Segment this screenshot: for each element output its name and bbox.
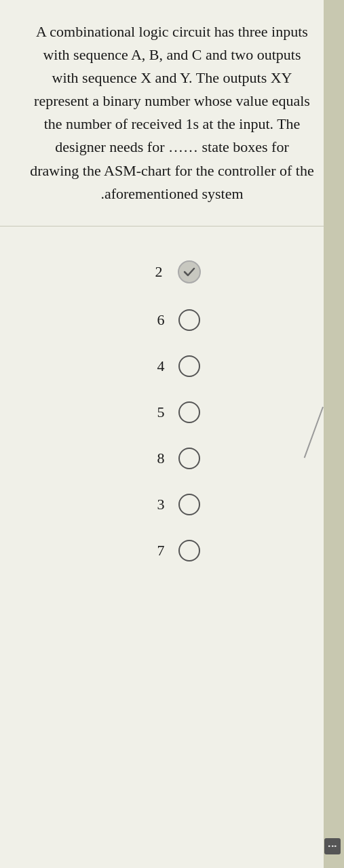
options-container: 2 6 4 5 8 [0,233,344,587]
option-radio-7[interactable] [178,540,200,561]
main-container: A combinational logic circuit has three … [0,0,344,868]
option-label-5: 5 [145,403,165,421]
option-label-7: 7 [145,542,165,559]
option-row-2[interactable]: 2 [64,247,281,297]
check-icon [183,267,195,277]
right-sidebar [324,0,344,868]
option-radio-8[interactable] [178,448,200,469]
option-row-8[interactable]: 8 [64,435,281,481]
option-label-3: 3 [145,496,165,513]
option-label-8: 8 [145,450,165,467]
question-text: A combinational logic circuit has three … [16,0,328,219]
option-row-4[interactable]: 4 [64,343,281,389]
more-options-button[interactable]: ⋮ [324,838,341,854]
question-body: A combinational logic circuit has three … [30,23,313,202]
option-row-7[interactable]: 7 [64,528,281,574]
divider [0,226,344,226]
option-row-5[interactable]: 5 [64,389,281,435]
option-radio-3[interactable] [178,494,200,515]
option-radio-4[interactable] [178,355,200,377]
option-row-6[interactable]: 6 [64,297,281,343]
option-label-2: 2 [142,263,163,281]
option-radio-5[interactable] [178,401,200,423]
more-dots-icon: ⋮ [328,842,337,851]
option-row-3[interactable]: 3 [64,481,281,528]
option-label-6: 6 [145,311,165,329]
option-label-4: 4 [145,357,165,375]
option-radio-6[interactable] [178,309,200,331]
